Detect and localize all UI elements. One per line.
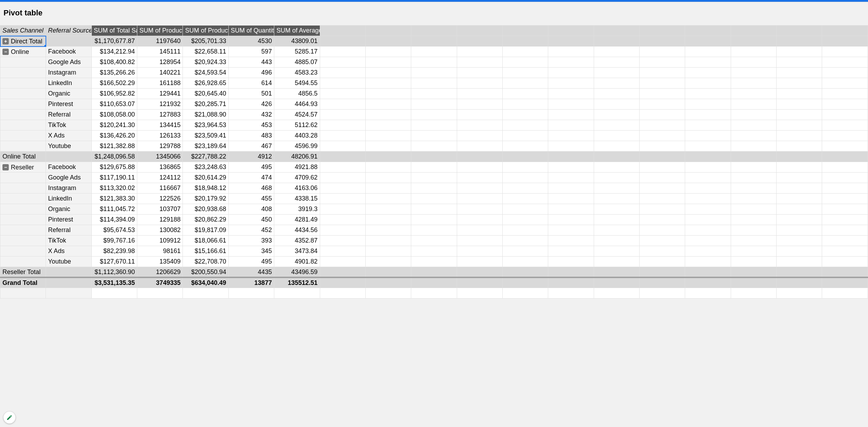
empty-cell[interactable]	[320, 288, 365, 299]
empty-cell[interactable]	[411, 183, 457, 194]
referral-cell[interactable]	[46, 278, 91, 288]
empty-cell[interactable]	[822, 236, 868, 246]
empty-cell[interactable]	[320, 267, 365, 278]
empty-cell[interactable]	[548, 215, 594, 225]
empty-cell[interactable]	[457, 57, 502, 68]
empty-cell[interactable]	[411, 131, 457, 141]
empty-cell[interactable]	[548, 26, 594, 36]
empty-cell[interactable]	[365, 183, 411, 194]
empty-cell[interactable]	[640, 57, 685, 68]
empty-cell[interactable]	[822, 173, 868, 183]
empty-cell[interactable]	[777, 288, 822, 299]
empty-cell[interactable]	[640, 246, 685, 257]
empty-cell[interactable]	[640, 162, 685, 173]
empty-cell[interactable]	[594, 162, 639, 173]
value-cell[interactable]: 4901.82	[274, 257, 320, 267]
empty-cell[interactable]	[502, 278, 548, 288]
empty-cell[interactable]	[0, 288, 46, 299]
empty-cell[interactable]	[548, 78, 594, 89]
value-cell[interactable]: $205,701.33	[183, 36, 228, 47]
empty-cell[interactable]	[731, 131, 776, 141]
channel-cell[interactable]	[0, 131, 46, 141]
empty-cell[interactable]	[685, 36, 731, 47]
value-cell[interactable]: 495	[228, 257, 274, 267]
empty-cell[interactable]	[411, 204, 457, 215]
value-cell[interactable]: 140221	[137, 68, 183, 78]
value-cell[interactable]: 4464.93	[274, 99, 320, 110]
value-cell[interactable]: 432	[228, 110, 274, 120]
empty-cell[interactable]	[320, 68, 365, 78]
value-cell[interactable]: 4163.06	[274, 183, 320, 194]
empty-cell[interactable]	[685, 120, 731, 131]
value-cell[interactable]: 4596.99	[274, 141, 320, 152]
empty-cell[interactable]	[411, 257, 457, 267]
empty-cell[interactable]	[777, 194, 822, 204]
empty-cell[interactable]	[777, 215, 822, 225]
value-cell[interactable]: $227,788.22	[183, 152, 228, 162]
value-cell[interactable]: 4524.57	[274, 110, 320, 120]
empty-cell[interactable]	[822, 152, 868, 162]
referral-cell[interactable]	[46, 36, 91, 47]
value-cell[interactable]: $108,400.82	[91, 57, 137, 68]
expand-toggle[interactable]: +	[2, 38, 9, 44]
empty-cell[interactable]	[457, 141, 502, 152]
empty-cell[interactable]	[822, 68, 868, 78]
referral-cell[interactable]: Pinterest	[46, 99, 91, 110]
empty-cell[interactable]	[640, 99, 685, 110]
empty-cell[interactable]	[777, 173, 822, 183]
empty-cell[interactable]	[365, 257, 411, 267]
empty-cell[interactable]	[457, 183, 502, 194]
empty-cell[interactable]	[685, 173, 731, 183]
empty-cell[interactable]	[457, 89, 502, 99]
value-cell[interactable]: 129188	[137, 215, 183, 225]
empty-cell[interactable]	[594, 120, 639, 131]
channel-cell[interactable]	[0, 78, 46, 89]
empty-cell[interactable]	[594, 278, 639, 288]
channel-cell[interactable]	[0, 110, 46, 120]
empty-cell[interactable]	[457, 278, 502, 288]
empty-cell[interactable]	[320, 225, 365, 236]
empty-cell[interactable]	[594, 26, 639, 36]
empty-cell[interactable]	[731, 68, 776, 78]
header-value[interactable]: SUM of Quantity	[228, 26, 274, 36]
value-cell[interactable]: 467	[228, 141, 274, 152]
empty-cell[interactable]	[457, 78, 502, 89]
empty-cell[interactable]	[320, 246, 365, 257]
empty-cell[interactable]	[548, 57, 594, 68]
value-cell[interactable]: 1345066	[137, 152, 183, 162]
empty-cell[interactable]	[685, 57, 731, 68]
referral-cell[interactable]: Referral	[46, 110, 91, 120]
value-cell[interactable]: 121932	[137, 99, 183, 110]
value-cell[interactable]: 443	[228, 57, 274, 68]
value-cell[interactable]: $20,285.71	[183, 99, 228, 110]
empty-cell[interactable]	[320, 215, 365, 225]
empty-cell[interactable]	[365, 288, 411, 299]
value-cell[interactable]: 135512.51	[274, 278, 320, 288]
empty-cell[interactable]	[320, 204, 365, 215]
empty-cell[interactable]	[640, 89, 685, 99]
value-cell[interactable]: $23,189.64	[183, 141, 228, 152]
empty-cell[interactable]	[320, 152, 365, 162]
empty-cell[interactable]	[777, 225, 822, 236]
empty-cell[interactable]	[411, 162, 457, 173]
empty-cell[interactable]	[640, 131, 685, 141]
value-cell[interactable]: 5494.55	[274, 78, 320, 89]
referral-cell[interactable]: Organic	[46, 204, 91, 215]
empty-cell[interactable]	[640, 141, 685, 152]
empty-cell[interactable]	[685, 26, 731, 36]
empty-cell[interactable]	[274, 288, 320, 299]
empty-cell[interactable]	[548, 194, 594, 204]
empty-cell[interactable]	[685, 183, 731, 194]
empty-cell[interactable]	[731, 215, 776, 225]
collapse-toggle[interactable]: −	[2, 49, 9, 55]
value-cell[interactable]: 1197640	[137, 36, 183, 47]
value-cell[interactable]: 4281.49	[274, 215, 320, 225]
empty-cell[interactable]	[731, 110, 776, 120]
empty-cell[interactable]	[365, 110, 411, 120]
referral-cell[interactable]: Youtube	[46, 141, 91, 152]
empty-cell[interactable]	[411, 89, 457, 99]
empty-cell[interactable]	[685, 225, 731, 236]
empty-cell[interactable]	[457, 215, 502, 225]
empty-cell[interactable]	[640, 47, 685, 57]
empty-cell[interactable]	[365, 99, 411, 110]
